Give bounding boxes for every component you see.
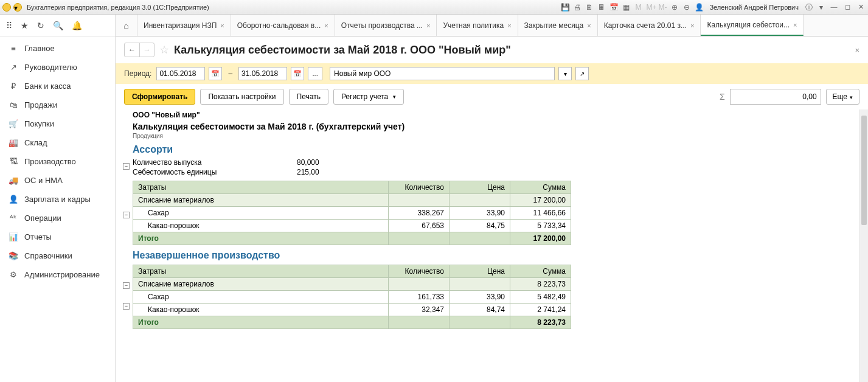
register-button[interactable]: Регистр учета [333, 89, 404, 105]
table-row[interactable]: Сахар338,26733,9011 466,66 [133, 207, 571, 220]
tab-0[interactable]: Инвентаризация НЗП× [137, 15, 231, 36]
th-price: Цена [450, 181, 510, 194]
kv-label: Себестоимость единицы [133, 168, 297, 176]
tab-close-icon[interactable]: × [507, 22, 511, 29]
calendar-to-button[interactable]: 📅 [291, 67, 304, 80]
info-icon[interactable]: ⓘ [805, 3, 813, 12]
nav-item-9[interactable]: ᴬᵏОперации [0, 209, 115, 227]
compare-icon[interactable]: 🗎 [585, 3, 594, 12]
sidebar: ⠿ ★ ↻ 🔍 🔔 ≡Главное↗Руководителю₽Банк и к… [0, 15, 116, 382]
tab-1[interactable]: Оборотно-сальдовая в...× [231, 15, 335, 36]
org-input[interactable] [330, 67, 555, 80]
nav-item-4[interactable]: 🛒Покупки [0, 114, 115, 133]
table-row[interactable]: Какао-порошок32,34784,742 741,24 [133, 304, 571, 316]
tab-close-icon[interactable]: × [426, 22, 430, 29]
m-icon[interactable]: M [634, 3, 642, 12]
tab-4[interactable]: Закрытие месяца× [518, 15, 598, 36]
nav-item-10[interactable]: 📊Отчеты [0, 227, 115, 246]
tree-toggle[interactable]: − [123, 303, 130, 310]
nav-icon: 🛍 [9, 100, 18, 109]
m-plus-icon[interactable]: M+ [646, 3, 654, 12]
nav-icon: 🏭 [9, 138, 18, 147]
minimize-button[interactable]: — [829, 3, 839, 12]
user-name[interactable]: Зеленский Андрей Петрович [709, 4, 799, 11]
nav-item-6[interactable]: 🏗Производство [0, 152, 115, 171]
forward-button[interactable]: → [139, 43, 154, 57]
nav-item-7[interactable]: 🚚ОС и НМА [0, 171, 115, 190]
tab-label: Карточка счета 20.01 з... [604, 21, 687, 30]
favorite-icon[interactable]: ☆ [159, 43, 169, 57]
back-button[interactable]: ← [125, 43, 139, 57]
nav-label: Производство [24, 157, 76, 166]
nav-arrows: ← → [124, 43, 155, 57]
nav-icon: ₽ [9, 82, 18, 91]
nav-label: Справочники [24, 251, 72, 260]
tab-6[interactable]: Калькуляция себестои...× [701, 15, 804, 36]
zoom-in-icon[interactable]: ⊕ [670, 3, 679, 12]
tab-3[interactable]: Учетная политика× [437, 15, 518, 36]
save-icon[interactable]: 💾 [561, 3, 569, 12]
more-button[interactable]: Еще [826, 89, 859, 105]
print-icon[interactable]: 🖨 [573, 3, 582, 12]
dropdown-small-icon[interactable]: ▾ [817, 3, 825, 12]
nav-label: Главное [24, 44, 55, 53]
calc-icon[interactable]: 🖩 [597, 3, 606, 12]
nav-item-2[interactable]: ₽Банк и касса [0, 77, 115, 96]
table-row[interactable]: Какао-порошок67,65384,755 733,34 [133, 220, 571, 232]
scroll-thumb[interactable] [861, 116, 867, 225]
tab-close-icon[interactable]: × [587, 22, 591, 29]
kv-value: 215,00 [297, 168, 345, 176]
scrollbar-vertical[interactable] [859, 109, 868, 382]
tab-close-icon[interactable]: × [220, 22, 224, 29]
calendar-from-button[interactable]: 📅 [209, 67, 222, 80]
doc-close-button[interactable]: × [855, 46, 859, 55]
tab-5[interactable]: Карточка счета 20.01 з...× [598, 15, 701, 36]
print-button[interactable]: Печать [289, 89, 328, 105]
calendar-icon[interactable]: 📅 [609, 3, 618, 12]
home-tab[interactable]: ⌂ [116, 15, 137, 36]
org-dropdown-button[interactable]: ▾ [558, 67, 572, 80]
table-group-row[interactable]: Списание материалов17 200,00 [133, 194, 571, 207]
show-settings-button[interactable]: Показать настройки [200, 89, 283, 105]
org-open-button[interactable]: ↗ [575, 67, 589, 80]
nav-item-1[interactable]: ↗Руководителю [0, 58, 115, 77]
history-icon[interactable]: ↻ [37, 21, 44, 30]
maximize-button[interactable]: ◻ [842, 3, 852, 12]
nav-item-0[interactable]: ≡Главное [0, 39, 115, 58]
tab-close-icon[interactable]: × [690, 22, 694, 29]
nav-item-8[interactable]: 👤Зарплата и кадры [0, 190, 115, 209]
zoom-out-icon[interactable]: ⊖ [682, 3, 691, 12]
tree-toggle[interactable]: − [123, 282, 130, 289]
date-from-input[interactable] [156, 67, 205, 80]
tree-toggle[interactable]: − [123, 212, 130, 218]
nav-icon: 🏗 [9, 157, 18, 166]
dropdown-icon[interactable]: ▾ [13, 3, 22, 12]
table-total-row: Итого8 223,73 [133, 316, 571, 329]
grid-icon[interactable]: ▦ [622, 3, 630, 12]
form-button[interactable]: Сформировать [124, 89, 195, 105]
nav-item-11[interactable]: 📚Справочники [0, 246, 115, 265]
sum-input[interactable] [730, 89, 821, 105]
date-to-input[interactable] [238, 67, 287, 80]
star-icon[interactable]: ★ [21, 21, 29, 30]
table-group-row[interactable]: Списание материалов8 223,73 [133, 278, 571, 291]
actions-row: Сформировать Показать настройки Печать Р… [116, 84, 868, 109]
period-picker-button[interactable]: ... [308, 67, 322, 80]
nav-label: Покупки [24, 119, 54, 128]
nav-item-3[interactable]: 🛍Продажи [0, 96, 115, 114]
close-button[interactable]: ✕ [856, 3, 866, 12]
tree-toggle[interactable]: − [123, 163, 130, 170]
nav-item-5[interactable]: 🏭Склад [0, 133, 115, 152]
section-heading: Ассорти [133, 144, 859, 155]
apps-icon[interactable]: ⠿ [6, 21, 12, 30]
m-minus-icon[interactable]: M- [658, 3, 667, 12]
bell-icon[interactable]: 🔔 [72, 21, 82, 30]
th-costs: Затраты [133, 265, 389, 278]
nav-item-12[interactable]: ⚙Администрирование [0, 265, 115, 284]
tab-2[interactable]: Отчеты производства ...× [335, 15, 437, 36]
tabs-row: ⌂ Инвентаризация НЗП×Оборотно-сальдовая … [116, 15, 868, 36]
table-row[interactable]: Сахар161,73333,905 482,49 [133, 291, 571, 304]
tab-close-icon[interactable]: × [324, 22, 328, 29]
search-icon[interactable]: 🔍 [53, 21, 63, 30]
tab-close-icon[interactable]: × [793, 21, 797, 29]
